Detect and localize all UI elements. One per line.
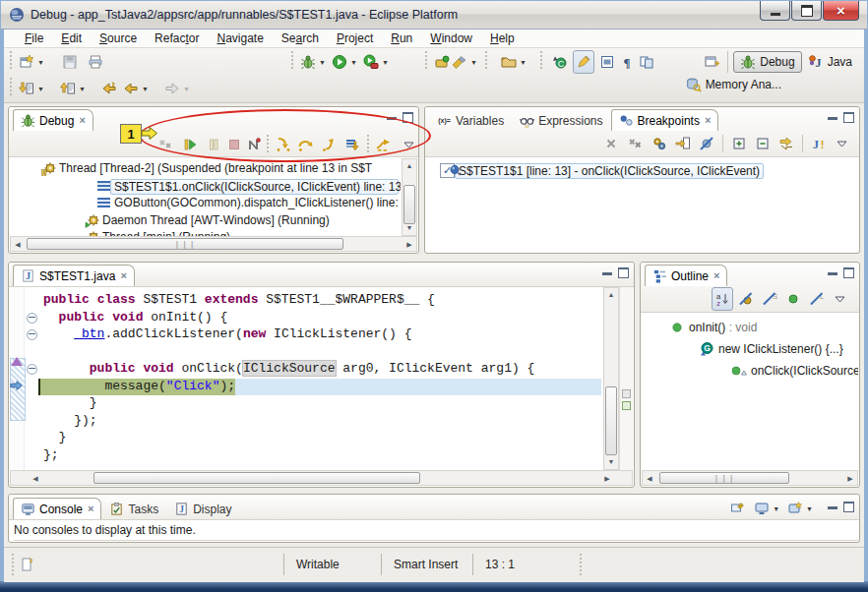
add-exception-breakpoint-button[interactable]: J!	[808, 132, 830, 155]
console-minimize-icon[interactable]	[828, 506, 837, 509]
outline-tab-close-icon[interactable]: ×	[713, 270, 719, 281]
editor-minimize-icon[interactable]	[602, 272, 612, 275]
perspective-java[interactable]: JJava	[802, 52, 858, 72]
new-class-button[interactable]: C	[549, 50, 571, 74]
breakpoint-row[interactable]: ✓ S$TEST1$1 [line: 13] - onClick(IClickS…	[440, 162, 764, 179]
menu-edit[interactable]: Edit	[52, 30, 91, 46]
mark-occurrences-button[interactable]	[573, 50, 594, 74]
back-dropdown-icon[interactable]: ▼	[142, 86, 149, 92]
hide-static-button[interactable]: S	[759, 287, 780, 311]
external-tools-button[interactable]: ▼	[360, 50, 392, 74]
code-line[interactable]: _btn.addClickListener(new IClickListener…	[25, 326, 601, 344]
debug-hscrollbar[interactable]: ◀ ▶ ❘❘❘	[10, 236, 417, 252]
link-with-debug-button[interactable]	[775, 132, 797, 155]
debug-tree-row[interactable]: Thread [Thread-2] (Suspended (breakpoint…	[10, 160, 401, 177]
fold-collapse-icon[interactable]	[27, 364, 37, 375]
tab-close-icon[interactable]: ×	[705, 115, 711, 126]
debug-dropdown-icon[interactable]: ▼	[319, 59, 326, 66]
editor-hscrollbar[interactable]: ◀ ▶	[10, 470, 633, 486]
open-console-dropdown-icon[interactable]: ▼	[806, 505, 813, 512]
open-resource-dropdown-icon[interactable]: ▼	[520, 59, 527, 66]
search-dropdown-icon[interactable]: ▼	[470, 59, 477, 66]
editor-maximize-icon[interactable]	[618, 267, 629, 278]
code-line[interactable]: public void onInit() {	[25, 310, 601, 327]
menu-source[interactable]: Source	[91, 30, 146, 46]
code-line[interactable]: public class S$TEST1 extends S$TEST1__$W…	[25, 292, 601, 310]
external-tools-dropdown-icon[interactable]: ▼	[382, 59, 389, 66]
view-menu-button[interactable]	[832, 132, 853, 155]
run-button[interactable]: ▼	[329, 50, 360, 74]
menu-run[interactable]: Run	[382, 30, 421, 46]
code-line[interactable]: }	[25, 395, 601, 413]
editor-content[interactable]: public class S$TEST1 extends S$TEST1__$W…	[10, 287, 633, 470]
open-perspective-button[interactable]	[701, 50, 722, 74]
debug-tree-row[interactable]: GOButton(GOCommon).dispatch_IClickListen…	[10, 195, 401, 211]
skip-all-breakpoints-button[interactable]	[696, 132, 717, 155]
back-button[interactable]: ▼	[120, 77, 152, 100]
outline-tree-row[interactable]: onClick(IClickSource,	[642, 363, 858, 380]
run-dropdown-icon[interactable]: ▼	[350, 59, 357, 66]
stack-frame-label[interactable]: S$TEST1$1.onClick(IClickSource, IClickEv…	[110, 179, 399, 195]
search-button[interactable]: ▼	[449, 50, 480, 74]
tab-debug-close-icon[interactable]: ×	[79, 115, 85, 126]
hide-fields-button[interactable]	[735, 287, 757, 311]
fold-ruler-cell[interactable]	[25, 361, 38, 379]
tab-editor-sstest1[interactable]: J S$TEST1.java ×	[13, 265, 135, 286]
next-annotation-dropdown-icon[interactable]: ▼	[37, 86, 44, 92]
hide-local-types-button[interactable]: L	[806, 287, 828, 311]
tab-console[interactable]: Console×	[13, 498, 101, 519]
tab-expressions[interactable]: xzExpressions	[512, 109, 610, 131]
debug-button[interactable]: ▼	[297, 50, 329, 74]
expand-all-button[interactable]	[728, 132, 750, 155]
fold-ruler-cell[interactable]	[25, 326, 38, 344]
minimize-button[interactable]	[760, 1, 790, 21]
show-selected-element-button[interactable]	[596, 50, 618, 74]
display-console-dropdown-icon[interactable]: ▼	[773, 505, 779, 512]
tab-close-icon[interactable]: ×	[88, 503, 93, 514]
new-wizard-button[interactable]: ▼	[16, 50, 47, 74]
go-to-file-button[interactable]	[672, 132, 694, 155]
debug-tree-row[interactable]: Daemon Thread [AWT-Windows] (Running)	[10, 212, 401, 229]
forward-dropdown-icon[interactable]: ▼	[183, 86, 190, 92]
fold-ruler-cell[interactable]	[25, 310, 38, 327]
view-menu-button[interactable]	[830, 287, 851, 311]
breakpoints-maximize-icon[interactable]	[843, 112, 854, 123]
outline-hscrollbar[interactable]: ◀ ▶ ❘❘❘	[642, 470, 858, 486]
breakpoint-properties-button[interactable]	[649, 132, 670, 155]
debug-tree-row[interactable]: Thread [main] (Running)	[10, 229, 401, 236]
code-line[interactable]: public void onClick(IClickSource arg0, I…	[25, 361, 601, 379]
tab-display[interactable]: JDisplay	[166, 498, 239, 519]
remove-all-breakpoints-button[interactable]	[625, 132, 647, 155]
previous-annotation-button[interactable]: ▼	[57, 77, 89, 100]
fold-collapse-icon[interactable]	[27, 313, 37, 324]
menu-file[interactable]: File	[16, 30, 52, 46]
editor-tab-close-icon[interactable]: ×	[120, 270, 126, 281]
previous-annotation-dropdown-icon[interactable]: ▼	[79, 86, 86, 92]
show-whitespace-button[interactable]: ¶	[616, 50, 638, 74]
debug-vscrollbar[interactable]: ▲ ▼	[402, 158, 417, 236]
collapse-all-button[interactable]	[752, 132, 774, 155]
menu-navigate[interactable]: Navigate	[208, 30, 272, 46]
code-line[interactable]: });	[25, 413, 601, 431]
menu-project[interactable]: Project	[328, 30, 382, 46]
memory-analyzer-item[interactable]: Memory Ana...	[686, 77, 781, 92]
link-with-editor-button[interactable]	[636, 50, 657, 74]
tab-outline[interactable]: Outline ×	[645, 265, 727, 286]
code-line[interactable]: }	[25, 430, 601, 447]
debug-tree-row[interactable]: S$TEST1$1.onClick(IClickSource, IClickEv…	[10, 178, 401, 195]
code-line[interactable]: };	[25, 447, 601, 465]
code-line[interactable]	[25, 344, 601, 362]
new-wizard-dropdown-icon[interactable]: ▼	[37, 59, 44, 66]
outline-maximize-icon[interactable]	[843, 267, 854, 278]
next-annotation-button[interactable]: ▼	[16, 77, 47, 100]
menu-window[interactable]: Window	[421, 30, 481, 46]
outline-tree-row[interactable]: onInit() : void	[642, 320, 858, 336]
tab-breakpoints[interactable]: Breakpoints×	[611, 109, 719, 131]
fast-view-icon[interactable]	[20, 557, 35, 572]
pin-console-button[interactable]	[727, 497, 749, 520]
last-edit-location-button[interactable]	[98, 77, 120, 100]
outline-minimize-icon[interactable]	[828, 272, 837, 275]
menu-search[interactable]: Search	[273, 30, 328, 46]
perspective-debug[interactable]: Debug	[733, 51, 801, 73]
title-bar[interactable]: Debug - app_TstJava2/appsrc/app/runnable…	[1, 1, 867, 30]
